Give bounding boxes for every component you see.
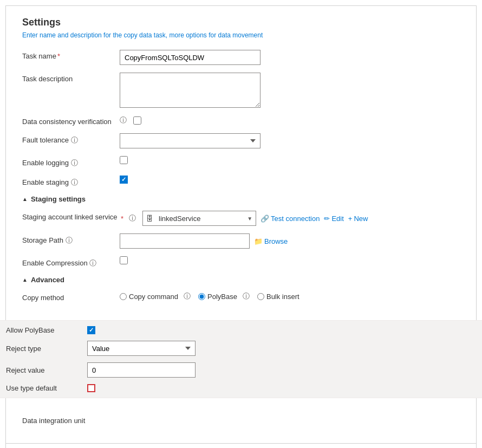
data-consistency-checkbox[interactable] [133, 116, 141, 125]
page-title: Settings [22, 17, 460, 28]
reject-value-input[interactable] [87, 362, 196, 378]
linked-service-db-icon: 🗄 [143, 212, 157, 225]
allow-polybase-checkbox[interactable] [87, 326, 95, 334]
enable-compression-info-icon: ⓘ [89, 259, 96, 267]
enable-compression-checkbox[interactable] [120, 256, 128, 264]
task-description-label: Task description [22, 73, 120, 83]
enable-staging-info-icon: ⓘ [71, 178, 78, 186]
copy-command-radio[interactable] [120, 293, 127, 300]
edit-link[interactable]: ✏ Edit [324, 215, 343, 223]
reject-type-label: Reject type [6, 345, 87, 353]
test-connection-icon: 🔗 [260, 215, 269, 223]
test-connection-link[interactable]: 🔗 Test connection [260, 215, 320, 223]
subtitle-link[interactable]: Enter name and description for the copy … [22, 31, 460, 39]
polybase-radio[interactable] [198, 293, 205, 300]
reject-value-label: Reject value [6, 366, 87, 374]
new-link[interactable]: + New [348, 215, 368, 223]
use-type-default-label: Use type default [6, 384, 87, 392]
linked-service-chevron-icon: ▼ [244, 213, 256, 224]
enable-logging-checkbox[interactable] [120, 156, 128, 164]
advanced-header: Advanced [31, 276, 64, 284]
staging-account-label: Staging account linked service [22, 211, 120, 221]
reject-type-select[interactable]: Value Percentage [87, 341, 196, 356]
enable-logging-label: Enable logging ⓘ [22, 156, 120, 168]
fault-tolerance-info-icon: ⓘ [71, 136, 78, 144]
bulk-insert-label: Bulk insert [266, 293, 299, 301]
new-plus-icon: + [348, 215, 353, 223]
copy-command-label: Copy command [129, 293, 178, 301]
task-name-label: Task name* [22, 50, 120, 60]
allow-polybase-label: Allow PolyBase [6, 326, 87, 334]
bulk-insert-radio-label[interactable]: Bulk insert [257, 293, 299, 301]
polybase-info-icon: ⓘ [243, 291, 250, 301]
fault-tolerance-select[interactable] [120, 133, 260, 148]
browse-link[interactable]: 📁 Browse [254, 237, 288, 245]
polybase-label: PolyBase [207, 293, 237, 301]
storage-path-input[interactable] [120, 233, 250, 249]
enable-staging-label: Enable staging ⓘ [22, 176, 120, 187]
bulk-insert-radio[interactable] [257, 293, 264, 300]
polybase-radio-label[interactable]: PolyBase [198, 293, 237, 301]
copy-method-label: Copy method [22, 291, 120, 302]
data-consistency-label: Data consistency verification [22, 115, 120, 126]
linked-service-name: linkedService [157, 215, 244, 223]
edit-pencil-icon: ✏ [324, 215, 330, 223]
footer: ‹ Previous Next › [6, 443, 476, 448]
copy-command-radio-label[interactable]: Copy command [120, 293, 178, 301]
data-integration-label: Data integration unit [22, 414, 120, 425]
fault-tolerance-label: Fault tolerance ⓘ [22, 133, 120, 145]
storage-path-label: Storage Path ⓘ [22, 233, 120, 245]
enable-compression-label: Enable Compression ⓘ [22, 256, 120, 268]
enable-staging-checkbox[interactable] [120, 176, 128, 184]
staging-settings-header: Staging settings [31, 195, 86, 203]
advanced-collapse-icon[interactable]: ▲ [22, 277, 28, 283]
use-type-default-checkbox[interactable] [87, 384, 95, 392]
staging-account-info-icon: ⓘ [129, 213, 136, 223]
storage-path-info-icon: ⓘ [66, 236, 73, 244]
data-consistency-info-icon: ⓘ [120, 115, 127, 125]
staging-settings-collapse-icon[interactable]: ▲ [22, 196, 28, 202]
browse-folder-icon: 📁 [254, 237, 263, 245]
enable-logging-info-icon: ⓘ [71, 159, 78, 167]
polybase-settings-section: Allow PolyBase Reject type Value Percent… [0, 320, 482, 398]
linked-service-dropdown[interactable]: 🗄 linkedService ▼ [142, 211, 256, 226]
copy-command-info-icon: ⓘ [184, 291, 191, 301]
task-name-input[interactable] [120, 50, 260, 65]
task-description-input[interactable] [120, 73, 260, 108]
